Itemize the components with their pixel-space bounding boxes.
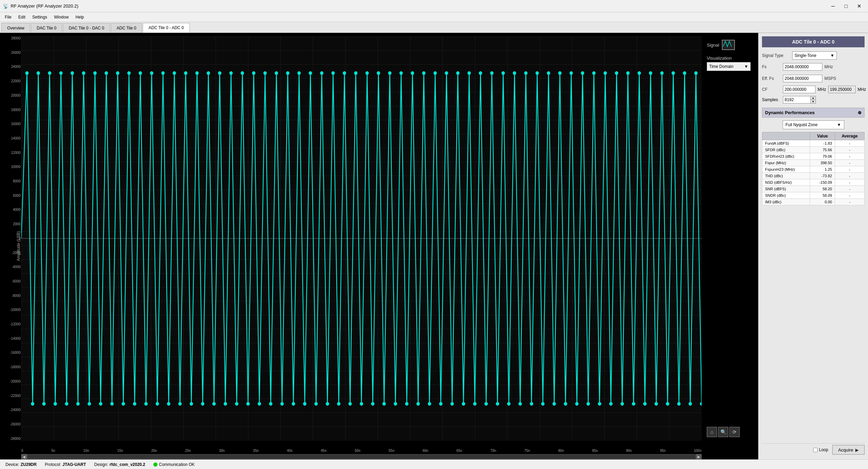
tab-dac-tile0[interactable]: DAC Tile 0 [31,23,62,33]
signal-type-label: Signal Type [762,53,789,58]
perf-table-row: THD (dBc) -73.82 - [762,173,865,179]
y-label-n10000: -10000 [10,308,21,312]
samples-up-button[interactable]: ▲ [810,96,816,100]
svg-point-48 [280,402,284,406]
perf-table-row: Fspur (MHz) 398.50 - [762,160,865,166]
perf-row-average: - [835,179,865,186]
svg-point-60 [348,402,352,406]
cf-input2[interactable] [828,86,856,93]
perf-table-row: SFDR (dBc) 75.66 - [762,147,865,153]
comm-status: Communication OK [153,462,195,467]
scroll-left-arrow[interactable]: ◀ [21,454,27,459]
svg-point-49 [286,71,290,75]
tab-overview[interactable]: Overview [1,23,30,33]
bottom-bar: Device: ZU29DR Protocol: JTAG-UART Desig… [0,459,868,469]
eff-fs-input[interactable] [783,75,822,82]
eff-fs-label: Eff. Fs [762,76,781,81]
svg-point-34 [201,402,204,406]
y-label-28000: 28000 [11,36,21,40]
y-label-12000: 12000 [11,151,21,155]
protocol-label: Protocol: [45,462,61,467]
menu-window[interactable]: Window [50,13,72,21]
zoom-home-button[interactable]: ⌂ [707,427,717,437]
perf-row-average: - [835,173,865,179]
menu-file[interactable]: File [1,13,15,21]
cf-unit1: MHz [818,87,826,92]
svg-point-109 [626,71,630,75]
maximize-button[interactable]: □ [840,2,852,11]
tab-adc-tile0[interactable]: ADC Tile 0 [111,23,142,33]
cf-input1[interactable] [783,86,816,93]
x-label-85n: 85n [592,449,598,453]
svg-point-108 [621,402,624,406]
scroll-track[interactable] [27,455,696,459]
x-label-10n: 10n [83,449,89,453]
svg-point-101 [581,71,584,75]
svg-point-90 [518,402,522,406]
perf-row-name: SFDR (dBc) [762,147,810,153]
svg-point-63 [365,71,369,75]
svg-point-57 [331,71,335,75]
svg-point-76 [439,402,443,406]
loop-checkbox[interactable] [813,448,818,452]
fs-label: Fs [762,64,781,69]
svg-point-87 [502,71,505,75]
samples-input[interactable] [783,96,810,104]
fs-input[interactable] [783,63,822,71]
samples-down-button[interactable]: ▼ [810,100,816,104]
svg-point-67 [388,71,391,75]
svg-point-40 [235,402,238,406]
svg-point-56 [326,402,329,406]
nyquist-dropdown[interactable]: Full Nyquist Zone ▼ [783,120,844,129]
svg-point-47 [275,71,278,75]
svg-point-69 [399,71,403,75]
acquire-row: Loop Acquire ▶ [762,443,865,456]
y-label-16000: 16000 [11,122,21,126]
design-label: Design: [94,462,108,467]
scroll-right-arrow[interactable]: ▶ [696,454,702,459]
y-label-n22000: -22000 [10,394,21,398]
svg-point-33 [195,71,199,75]
svg-point-26 [156,402,159,406]
y-label-20000: 20000 [11,94,21,97]
svg-point-83 [479,71,482,75]
acquire-button[interactable]: Acquire ▶ [832,445,865,455]
menu-settings[interactable]: Settings [29,13,50,21]
right-sidebar: ADC Tile 0 - ADC 0 Signal Type Single-To… [758,33,868,459]
close-button[interactable]: ✕ [853,2,865,11]
x-label-0: 0 [21,449,23,453]
svg-point-82 [473,402,477,406]
perf-table: Value Average FundA (dBFS) -1.83 - SFDR … [762,132,865,205]
signal-icon-button[interactable] [722,40,735,50]
perf-col-name [762,132,810,140]
signal-type-dropdown[interactable]: Single-Tone ▼ [792,51,837,60]
svg-point-116 [666,402,669,406]
zoom-in-button[interactable]: 🔍 [718,427,728,437]
visualization-dropdown[interactable]: Time Domain ▼ [707,62,751,71]
x-label-100n: 100n [694,449,702,453]
tab-adc-tile0-adc0[interactable]: ADC Tile 0 - ADC 0 [143,23,190,33]
perf-row-average: - [835,192,865,199]
dyn-perf-header[interactable]: Dynamic Performances ⊕ [762,108,865,118]
x-label-45n: 45n [321,449,327,453]
x-label-70n: 70n [490,449,496,453]
loop-checkbox-label[interactable]: Loop [813,447,828,452]
menu-edit[interactable]: Edit [15,13,29,21]
x-label-20n: 20n [151,449,157,453]
svg-point-99 [570,71,573,75]
chart-area: Amplitude (LSB) 28000 26000 24000 22000 … [0,33,758,459]
app-icon: 📡 [3,3,9,9]
zoom-out-button[interactable]: ⟳ [729,427,740,437]
cf-label: CF [762,87,781,92]
tab-dac-tile0-dac0[interactable]: DAC Tile 0 - DAC 0 [63,23,110,33]
h-scrollbar[interactable]: ◀ ▶ [21,454,702,459]
svg-point-95 [547,71,550,75]
perf-row-value: 79.06 [810,153,835,160]
svg-point-6 [42,402,46,406]
minimize-button[interactable]: ─ [827,2,839,11]
eff-fs-unit: MSPS [824,76,836,81]
menu-help[interactable]: Help [72,13,87,21]
y-label-14000: 14000 [11,136,21,140]
y-label-26000: 26000 [11,51,21,55]
svg-point-96 [552,402,556,406]
